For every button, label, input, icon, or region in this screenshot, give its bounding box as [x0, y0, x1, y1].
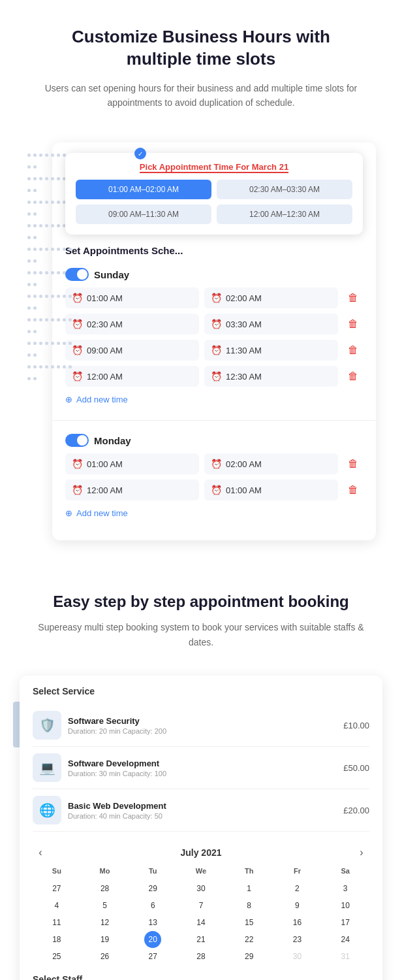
time-slot-2[interactable]: 02:30 AM–03:30 AM	[217, 180, 352, 199]
calendar-prev-button[interactable]: ‹	[33, 845, 48, 860]
cal-day-3-6[interactable]: 24	[321, 931, 369, 948]
cal-day-3-2[interactable]: 20	[144, 931, 161, 948]
cal-day-1-2[interactable]: 6	[129, 897, 177, 914]
cal-day-1-6[interactable]: 10	[321, 897, 369, 914]
sunday-add-time-button[interactable]: ⊕ Add new time	[65, 392, 128, 407]
service-item-1[interactable]: 🛡️ Software Security Duration: 20 min Ca…	[33, 704, 369, 747]
sunday-delete-4[interactable]: 🗑	[343, 367, 363, 386]
calendar-next-button[interactable]: ›	[354, 845, 369, 860]
cal-day-2-1[interactable]: 12	[81, 914, 129, 931]
cal-header-sa: Sa	[321, 864, 369, 877]
pick-time-date: March 21	[252, 162, 288, 173]
cal-day-1-3[interactable]: 7	[177, 897, 225, 914]
cal-day-2-3[interactable]: 14	[177, 914, 225, 931]
cal-day-4-2[interactable]: 27	[129, 948, 177, 965]
cal-day-3-3[interactable]: 21	[177, 931, 225, 948]
sunday-add-label: Add new time	[76, 395, 128, 404]
sunday-delete-2[interactable]: 🗑	[343, 314, 363, 334]
time-slot-4[interactable]: 12:00 AM–12:30 AM	[217, 204, 352, 224]
cal-header-su: Su	[33, 864, 81, 877]
sunday-time-row-3: ⏰ 09:00 AM ⏰ 11:30 AM 🗑	[65, 340, 363, 361]
cal-day-2-5[interactable]: 16	[273, 914, 322, 931]
sunday-start-2[interactable]: ⏰ 02:30 AM	[65, 314, 199, 335]
section2-title: Easy step by step appointment booking	[33, 593, 369, 611]
cal-day-0-1[interactable]: 28	[81, 880, 129, 897]
sunday-section: Sunday ⏰ 01:00 AM ⏰ 02:00 AM 🗑 ⏰ 02:30 A…	[52, 261, 376, 414]
cal-day-2-4[interactable]: 15	[225, 914, 273, 931]
service-item-2[interactable]: 💻 Software Development Duration: 30 min …	[33, 747, 369, 789]
sunday-end-4[interactable]: ⏰ 12:30 AM	[204, 366, 338, 387]
monday-header: Monday	[65, 434, 363, 447]
check-badge: ✓	[134, 148, 146, 159]
cal-day-4-6[interactable]: 31	[321, 948, 369, 965]
section2-header: Easy step by step appointment booking Su…	[0, 560, 402, 662]
time-slot-1[interactable]: 01:00 AM–02:00 AM	[76, 180, 211, 199]
cal-day-1-0[interactable]: 4	[33, 897, 81, 914]
cal-header-tu: Tu	[129, 864, 177, 877]
add-icon-monday: ⊕	[65, 508, 72, 518]
booking-card: Select Service 🛡️ Software Security Dura…	[20, 676, 382, 980]
cal-day-0-6[interactable]: 3	[321, 880, 369, 897]
cal-day-0-3[interactable]: 30	[177, 880, 225, 897]
sunday-end-2[interactable]: ⏰ 03:30 AM	[204, 314, 338, 335]
cal-day-1-1[interactable]: 5	[81, 897, 129, 914]
monday-start-2[interactable]: ⏰ 12:00 AM	[65, 480, 199, 500]
cal-day-2-0[interactable]: 11	[33, 914, 81, 931]
cal-day-0-2[interactable]: 29	[129, 880, 177, 897]
service-item-3[interactable]: 🌐 Basic Web Development Duration: 40 min…	[33, 789, 369, 832]
sunday-start-1[interactable]: ⏰ 01:00 AM	[65, 287, 199, 308]
cal-day-4-5[interactable]: 30	[273, 948, 322, 965]
select-service-title: Select Service	[33, 686, 369, 696]
monday-end-2[interactable]: ⏰ 01:00 AM	[204, 480, 338, 500]
monday-start-val-2: 12:00 AM	[87, 485, 123, 495]
clock-icon-10: ⏰	[211, 459, 222, 469]
sunday-delete-3[interactable]: 🗑	[343, 340, 363, 360]
sunday-start-3[interactable]: ⏰ 09:00 AM	[65, 340, 199, 361]
cal-day-4-1[interactable]: 26	[81, 948, 129, 965]
calendar-nav: ‹ July 2021 ›	[33, 838, 369, 864]
cal-day-0-4[interactable]: 1	[225, 880, 273, 897]
section1-title: Customize Business Hours with multiple t…	[39, 26, 363, 71]
monday-end-val-2: 01:00 AM	[226, 485, 262, 495]
monday-start-1[interactable]: ⏰ 01:00 AM	[65, 453, 199, 474]
sunday-label: Sunday	[94, 269, 129, 280]
service-icon-1: 🛡️	[33, 711, 61, 740]
monday-toggle[interactable]	[65, 434, 89, 447]
monday-add-time-button[interactable]: ⊕ Add new time	[65, 506, 128, 521]
monday-end-1[interactable]: ⏰ 02:00 AM	[204, 453, 338, 474]
pick-time-popup: ✓ Pick Appointment Time For March 21 01:…	[65, 153, 363, 235]
sunday-start-val-3: 09:00 AM	[87, 346, 123, 355]
sunday-delete-1[interactable]: 🗑	[343, 288, 363, 308]
cal-day-2-6[interactable]: 17	[321, 914, 369, 931]
service-meta-2: Duration: 30 min Capacity: 100	[68, 770, 337, 777]
cal-day-1-4[interactable]: 8	[225, 897, 273, 914]
cal-day-3-0[interactable]: 18	[33, 931, 81, 948]
monday-end-val-1: 02:00 AM	[226, 459, 262, 469]
select-staff-title: Select Staff	[33, 974, 369, 980]
service-meta-3: Duration: 40 min Capacity: 50	[68, 812, 337, 820]
sunday-toggle[interactable]	[65, 268, 89, 281]
cal-day-3-4[interactable]: 22	[225, 931, 273, 948]
service-info-3: Basic Web Development Duration: 40 min C…	[68, 801, 337, 820]
monday-delete-1[interactable]: 🗑	[343, 454, 363, 474]
cal-day-4-3[interactable]: 28	[177, 948, 225, 965]
sunday-end-1[interactable]: ⏰ 02:00 AM	[204, 287, 338, 308]
sunday-start-4[interactable]: ⏰ 12:00 AM	[65, 366, 199, 387]
cal-day-0-0[interactable]: 27	[33, 880, 81, 897]
cal-day-3-5[interactable]: 23	[273, 931, 322, 948]
cal-day-1-5[interactable]: 9	[273, 897, 322, 914]
sunday-time-row-4: ⏰ 12:00 AM ⏰ 12:30 AM 🗑	[65, 366, 363, 387]
cal-day-0-5[interactable]: 2	[273, 880, 322, 897]
cal-day-2-2[interactable]: 13	[129, 914, 177, 931]
booking-card-wrapper: Select Service 🛡️ Software Security Dura…	[20, 676, 382, 980]
cal-day-4-4[interactable]: 29	[225, 948, 273, 965]
monday-time-row-1: ⏰ 01:00 AM ⏰ 02:00 AM 🗑	[65, 453, 363, 474]
monday-delete-2[interactable]: 🗑	[343, 480, 363, 500]
time-slot-3[interactable]: 09:00 AM–11:30 AM	[76, 204, 211, 224]
cal-day-3-1[interactable]: 19	[81, 931, 129, 948]
time-slots-grid: 01:00 AM–02:00 AM 02:30 AM–03:30 AM 09:0…	[76, 180, 352, 224]
sunday-end-3[interactable]: ⏰ 11:30 AM	[204, 340, 338, 361]
cal-day-4-0[interactable]: 25	[33, 948, 81, 965]
sunday-end-val-1: 02:00 AM	[226, 293, 262, 303]
service-icon-2: 💻	[33, 753, 61, 782]
